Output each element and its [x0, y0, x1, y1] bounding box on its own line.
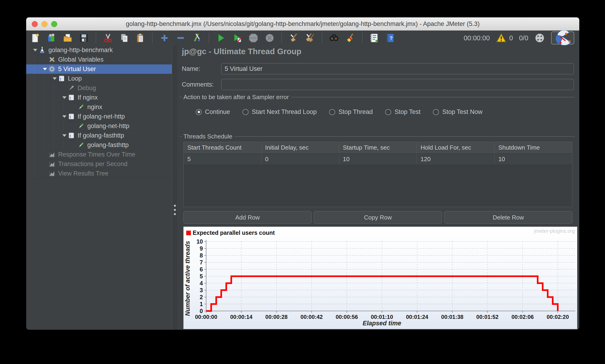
copy-row-button[interactable]: Copy Row — [314, 211, 442, 224]
copy-icon[interactable] — [119, 33, 130, 43]
radio-stop-thread[interactable]: Stop Thread — [329, 108, 373, 116]
tree-item-if-golang-fasthttp[interactable]: If golang-fasthttp — [26, 131, 172, 140]
function-helper-icon[interactable] — [369, 33, 380, 43]
zoom-out-icon[interactable] — [175, 33, 186, 43]
svg-text:00:01:24: 00:01:24 — [406, 314, 429, 320]
tree-indent-guide — [44, 112, 44, 121]
expand-arrow-icon[interactable] — [61, 115, 68, 118]
tree-indent-guide — [34, 169, 34, 178]
tree-item-debug[interactable]: Debug — [26, 83, 172, 93]
wrench-icon — [48, 56, 56, 63]
open-file-icon[interactable] — [62, 33, 73, 43]
start-icon[interactable] — [216, 33, 226, 43]
expand-arrow-icon[interactable] — [32, 49, 39, 52]
tree-item-if-nginx[interactable]: If nginx — [26, 93, 172, 102]
chart-listener-icon — [48, 151, 56, 158]
splitter-handle-icon[interactable] — [174, 205, 176, 215]
page-title: jp@gc - Ultimate Thread Group — [182, 47, 301, 56]
action-group-title: Action to be taken after a Sampler error — [180, 93, 575, 101]
sampler-icon — [78, 122, 85, 130]
tree-item-label: If nginx — [78, 94, 98, 101]
tree-indent-guide — [53, 140, 54, 150]
radio-stop-test[interactable]: Stop Test — [385, 108, 421, 116]
chart-legend: Expected parallel users count — [186, 230, 275, 236]
sampler-disabled-icon — [68, 85, 76, 91]
expand-arrow-icon[interactable] — [61, 134, 68, 137]
clear-icon[interactable] — [288, 33, 299, 43]
tree-indent-guide — [63, 121, 64, 130]
search-reset-icon[interactable] — [345, 33, 355, 43]
new-file-icon[interactable] — [30, 33, 40, 43]
y-axis-label: Number of active threads — [184, 237, 191, 320]
tree-indent-guide — [44, 102, 44, 112]
jmeter-logo-button[interactable] — [551, 31, 574, 44]
maximize-button[interactable] — [51, 21, 57, 27]
svg-text:3: 3 — [200, 287, 203, 293]
cell-initial-delay[interactable]: 0 — [262, 154, 339, 165]
help-icon[interactable]: ? — [385, 33, 396, 43]
tree-item-golang-net-http[interactable]: golang-net-http — [26, 121, 172, 131]
zoom-in-icon[interactable] — [159, 33, 170, 43]
tree-indent-guide — [34, 102, 34, 112]
tree-item-loop[interactable]: Loop — [26, 74, 172, 83]
cut-icon[interactable] — [103, 33, 113, 43]
threads-schedule-table: Start Threads Count Initial Delay, sec S… — [184, 142, 572, 207]
jmeter-window: golang-http-benchmark.jmx (/Users/nicola… — [26, 17, 579, 330]
tree-indent-guide — [34, 83, 34, 93]
search-icon[interactable] — [329, 33, 339, 43]
tree-indent-guide — [34, 150, 34, 159]
tree-indent-guide — [44, 140, 44, 150]
clear-all-icon[interactable] — [304, 33, 315, 43]
svg-text:00:02:06: 00:02:06 — [512, 314, 534, 320]
cell-start-threads-count[interactable]: 5 — [184, 154, 262, 165]
tree-indent-guide — [63, 140, 64, 150]
svg-text:00:01:38: 00:01:38 — [441, 314, 463, 320]
tree-indent-guide — [34, 112, 34, 121]
tree-item-transactions-per-second[interactable]: Transactions per Second — [26, 159, 172, 169]
close-button[interactable] — [32, 21, 38, 27]
tree-item-if-golang-net-http[interactable]: If golang-net-http — [26, 112, 172, 121]
tree-item-label: If golang-fasthttp — [78, 132, 124, 139]
radio-stop-test-now[interactable]: Stop Test Now — [433, 108, 483, 116]
templates-icon[interactable] — [46, 33, 57, 43]
save-icon[interactable] — [79, 33, 89, 43]
panel-splitter[interactable] — [172, 45, 178, 330]
cell-shutdown-time[interactable]: 10 — [495, 154, 572, 165]
start-no-timers-icon[interactable] — [232, 33, 242, 43]
warning-icon[interactable] — [496, 33, 507, 43]
tree-item-label: golang-fasthttp — [87, 142, 129, 149]
delete-row-button[interactable]: Delete Row — [444, 211, 572, 224]
test-plan-tree[interactable]: golang-http-benchmarkGlobal Variables5 V… — [26, 45, 172, 330]
title-bar[interactable]: golang-http-benchmark.jmx (/Users/nicola… — [26, 17, 579, 31]
svg-text:00:00:14: 00:00:14 — [230, 314, 253, 320]
tree-item-golang-http-benchmark[interactable]: golang-http-benchmark — [26, 45, 172, 55]
svg-text:00:00:56: 00:00:56 — [336, 314, 358, 320]
tree-item-nginx[interactable]: nginx — [26, 102, 172, 112]
tree-indent-guide — [34, 131, 34, 140]
radio-start-next-thread-loop[interactable]: Start Next Thread Loop — [242, 108, 317, 116]
tree-item-global-variables[interactable]: Global Variables — [26, 55, 172, 64]
chart-plot: 01234567891000:00:0000:00:1400:00:2800:0… — [184, 227, 577, 329]
expand-arrow-icon[interactable] — [41, 68, 48, 70]
radio-continue[interactable]: Continue — [196, 108, 230, 116]
toggle-icon[interactable] — [192, 33, 202, 43]
comments-input[interactable] — [221, 79, 574, 90]
tree-indent-guide — [34, 140, 34, 150]
tree-item-5-virtual-user[interactable]: 5 Virtual User — [26, 64, 172, 74]
cell-startup-time[interactable]: 10 — [339, 154, 417, 165]
controller-icon — [68, 113, 76, 120]
tree-item-response-times-over-time[interactable]: Response Times Over Time — [26, 150, 172, 159]
name-input[interactable] — [221, 63, 574, 74]
expand-arrow-icon[interactable] — [51, 77, 58, 80]
cell-hold-load-for[interactable]: 120 — [417, 154, 495, 165]
tree-indent-guide — [34, 93, 34, 102]
tree-item-golang-fasthttp[interactable]: golang-fasthttp — [26, 140, 172, 150]
tree-item-view-results-tree[interactable]: View Results Tree — [26, 169, 172, 178]
tree-item-label: If golang-net-http — [78, 113, 125, 120]
add-row-button[interactable]: Add Row — [184, 211, 312, 224]
expand-arrow-icon[interactable] — [61, 96, 68, 99]
toolbar-separator — [362, 33, 363, 43]
paste-icon[interactable] — [135, 33, 146, 43]
tree-indent-guide — [44, 131, 44, 140]
minimize-button[interactable] — [41, 21, 48, 27]
